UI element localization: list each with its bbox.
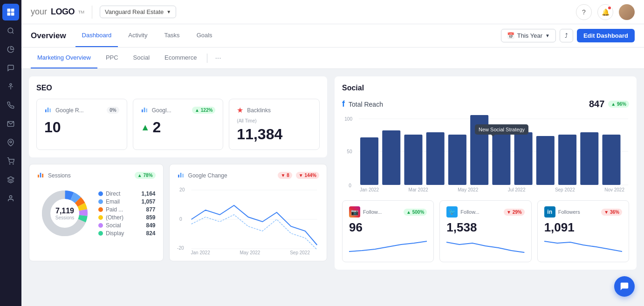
- sidebar-icon-search[interactable]: [2, 22, 19, 39]
- svg-rect-57: [603, 135, 621, 185]
- sidebar-icon-pin[interactable]: [2, 78, 19, 95]
- legend-paid: Paid ... 877: [98, 206, 156, 213]
- legend-other: (Other) 859: [98, 214, 156, 221]
- logo-logo: LOGO: [51, 7, 75, 17]
- total-reach-value: 847: [589, 99, 604, 109]
- seo-panel: SEO: [29, 76, 327, 157]
- svg-rect-22: [42, 174, 43, 177]
- sidebar-icon-phone[interactable]: [2, 97, 19, 114]
- svg-rect-2: [7, 13, 11, 16]
- sub-tab-ppc[interactable]: PPC: [99, 48, 125, 68]
- company-name: Vanguard Real Estate: [105, 8, 164, 15]
- svg-rect-47: [382, 130, 400, 185]
- legend-social: Social 849: [98, 222, 156, 229]
- legend-dot: [98, 223, 103, 228]
- linkedin-icon: in: [544, 206, 555, 218]
- content-area: SEO: [21, 69, 644, 306]
- google-rank-label: Google R...: [55, 107, 103, 114]
- svg-rect-46: [360, 137, 378, 185]
- svg-rect-51: [470, 115, 488, 185]
- svg-text:-20: -20: [177, 245, 184, 251]
- share-button[interactable]: ⤴: [560, 29, 573, 42]
- nav-bar: Overview Dashboard Activity Tasks Goals …: [21, 24, 644, 48]
- instagram-header: 📷 Follow... ▲ 500%: [349, 206, 427, 218]
- svg-rect-32: [180, 173, 181, 177]
- facebook-icon: f: [342, 99, 345, 109]
- sub-nav: Marketing Overview PPC Social Ecommerce …: [21, 48, 644, 69]
- company-selector[interactable]: Vanguard Real Estate ▼: [100, 6, 176, 18]
- app-header: your LOGO TM Vanguard Real Estate ▼ ? 🔔: [21, 0, 644, 24]
- sub-tab-social[interactable]: Social: [127, 48, 156, 68]
- social-title: Social: [342, 84, 629, 92]
- bar-chart-area: 100 50 0: [342, 115, 629, 197]
- bar-chart-container: New Social Strategy 100 50 0: [342, 115, 629, 197]
- sidebar-icon-cart[interactable]: [2, 153, 19, 170]
- notification-button[interactable]: 🔔: [597, 4, 613, 20]
- linkedin-header: in Followers ▼ 36%: [544, 206, 622, 218]
- legend-direct: Direct 1,164: [98, 190, 156, 197]
- sidebar-icon-charts[interactable]: [2, 41, 19, 58]
- sessions-badge: ▲ 78%: [135, 172, 156, 179]
- seo-title: SEO: [36, 84, 320, 92]
- sub-tab-more[interactable]: ···: [211, 54, 225, 62]
- sessions-chart-icon: [37, 171, 44, 180]
- svg-text:50: 50: [347, 149, 352, 154]
- backlinks-value: 11,384: [237, 125, 312, 143]
- svg-line-5: [12, 32, 14, 34]
- edit-dashboard-button[interactable]: Edit Dashboard: [577, 29, 635, 42]
- chat-bubble-button[interactable]: [614, 276, 635, 297]
- linkedin-badge: ▼ 36%: [601, 209, 622, 216]
- sidebar-icon-user[interactable]: [2, 190, 19, 207]
- svg-rect-3: [11, 13, 14, 16]
- sub-tab-ecommerce[interactable]: Ecommerce: [158, 48, 203, 68]
- sidebar-icon-layers[interactable]: [2, 171, 19, 188]
- google-rank-card: Google R... 0% 10: [36, 99, 127, 150]
- sidebar-icon-mail[interactable]: [2, 116, 19, 132]
- avatar[interactable]: [619, 4, 635, 20]
- tab-dashboard[interactable]: Dashboard: [75, 24, 118, 47]
- svg-rect-54: [536, 136, 555, 185]
- page-title: Overview: [31, 31, 66, 41]
- donut-label: 7,119 Sessions: [55, 207, 75, 220]
- notification-badge: [607, 6, 612, 10]
- linkedin-card: in Followers ▼ 36% 1,091: [537, 200, 629, 262]
- total-reach-header: f Total Reach 847 ▲ 96%: [342, 99, 629, 109]
- tab-activity[interactable]: Activity: [122, 24, 154, 47]
- svg-text:0: 0: [179, 217, 182, 222]
- twitter-sparkline: [446, 238, 524, 256]
- sessions-legend: Direct 1,164 Email 1,057: [98, 185, 156, 241]
- twitter-badge: ▼ 29%: [504, 209, 525, 216]
- tab-goals[interactable]: Goals: [190, 24, 219, 47]
- total-reach-section: f Total Reach 847 ▲ 96% New Social Strat…: [342, 99, 629, 197]
- sessions-body: 7,119 Sessions Direct 1,164: [37, 185, 156, 241]
- svg-rect-17: [142, 109, 143, 112]
- svg-rect-16: [49, 109, 51, 112]
- svg-point-10: [9, 163, 10, 164]
- x-label-jan: Jan 2022: [191, 250, 210, 255]
- bar-x-nov: Nov 2022: [604, 187, 624, 192]
- instagram-card: 📷 Follow... ▲ 500% 96: [342, 200, 434, 262]
- google-change-chart-label: Google Change: [188, 172, 274, 179]
- sidebar-icon-chat[interactable]: [2, 60, 19, 76]
- sidebar-icon-home[interactable]: [2, 4, 19, 20]
- logo-tm: TM: [78, 10, 84, 14]
- svg-rect-14: [45, 109, 47, 112]
- google-change-value: 2: [152, 118, 161, 136]
- twitter-value: 1,538: [446, 220, 524, 235]
- sidebar-icon-location[interactable]: [2, 134, 19, 151]
- x-label-may: May 2022: [240, 250, 260, 255]
- svg-rect-21: [40, 173, 41, 177]
- chart-bar-icon: [177, 171, 185, 180]
- bar-chart-icon-2: [141, 106, 148, 115]
- svg-rect-56: [580, 132, 598, 185]
- help-button[interactable]: ?: [576, 4, 592, 20]
- sessions-card: Sessions ▲ 78%: [29, 164, 164, 261]
- svg-text:20: 20: [179, 187, 185, 192]
- date-filter-button[interactable]: 📅 This Year ▼: [501, 29, 556, 42]
- svg-rect-31: [178, 175, 179, 177]
- sub-tab-marketing[interactable]: Marketing Overview: [31, 48, 97, 68]
- tab-tasks[interactable]: Tasks: [158, 24, 186, 47]
- google-rank-value: 10: [44, 118, 119, 136]
- twitter-label: Follow...: [460, 209, 501, 215]
- backlinks-card: ★ Backlinks (All Time) 11,384: [229, 99, 320, 150]
